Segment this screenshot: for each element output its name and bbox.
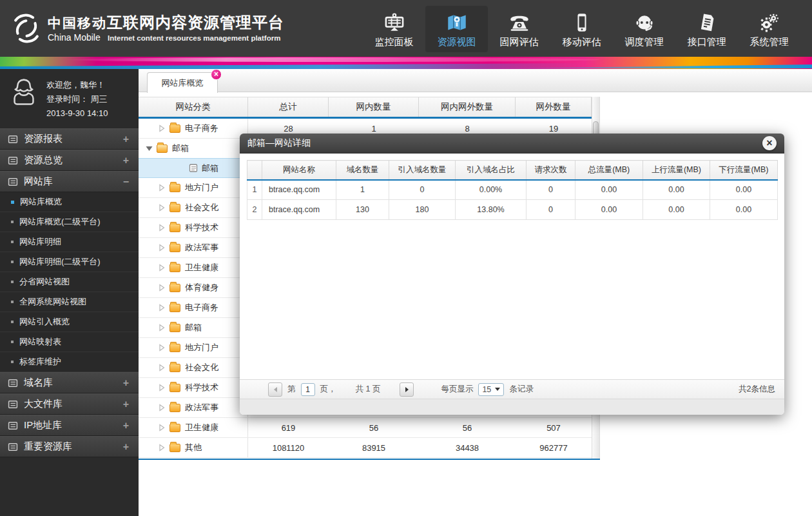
tree-node-科学技术[interactable]: 科学技术: [139, 218, 248, 237]
prev-page-button[interactable]: [268, 382, 282, 397]
caret-right-icon[interactable]: [158, 404, 166, 412]
table-bottom-accent: [139, 459, 600, 460]
cell-总计: 1081120: [248, 438, 329, 457]
sidebar-item-网站库明细[interactable]: 网站库明细: [0, 232, 139, 252]
sidebar-item-全网系统网站视图[interactable]: 全网系统网站视图: [0, 292, 139, 312]
caret-right-icon[interactable]: [158, 184, 166, 192]
column-header-网外数量[interactable]: 网外数量: [516, 97, 592, 117]
modal-cell-引入域名数量: 180: [389, 200, 456, 220]
nav-item-资源视图[interactable]: 资源视图: [425, 6, 488, 52]
tree-node-电子商务[interactable]: 电子商务: [139, 119, 248, 138]
sidebar-section-重要资源库[interactable]: 重要资源库+: [0, 436, 139, 457]
sidebar-item-分省网站视图[interactable]: 分省网站视图: [0, 272, 139, 292]
nav-item-监控面板[interactable]: 监控面板: [363, 6, 425, 52]
caret-right-icon[interactable]: [158, 264, 166, 272]
tab-website-overview[interactable]: 网站库概览 ×: [147, 72, 218, 93]
caret-right-icon[interactable]: [158, 244, 166, 252]
caret-right-icon[interactable]: [158, 364, 166, 372]
sidebar-item-网站映射表[interactable]: 网站映射表: [0, 332, 139, 352]
sidebar-section-域名库[interactable]: 域名库+: [0, 372, 139, 393]
tree-node-邮箱[interactable]: 邮箱: [139, 318, 248, 337]
modal-column-header-index[interactable]: [247, 161, 262, 180]
caret-right-icon[interactable]: [158, 124, 166, 132]
caret-down-icon[interactable]: [145, 146, 153, 152]
next-page-button[interactable]: [400, 382, 414, 397]
modal-column-header-总流量(MB)[interactable]: 总流量(MB): [575, 161, 643, 180]
cell-总计: 619: [248, 418, 329, 437]
tree-node-地方门户[interactable]: 地方门户: [139, 178, 248, 197]
modal-column-header-引入域名占比[interactable]: 引入域名占比: [456, 161, 527, 180]
sidebar-item-网站引入概览[interactable]: 网站引入概览: [0, 312, 139, 332]
modal-column-header-下行流量(MB)[interactable]: 下行流量(MB): [710, 161, 778, 180]
tree-node-电子商务[interactable]: 电子商务: [139, 298, 248, 317]
sidebar-item-label: 标签库维护: [19, 356, 61, 368]
tree-node-科学技术[interactable]: 科学技术: [139, 378, 248, 397]
modal-table-row[interactable]: 1btrace.qq.com100.00%00.000.000.00: [247, 180, 778, 200]
per-page-select[interactable]: 15: [478, 383, 504, 396]
modal-header[interactable]: 邮箱—网站详细 ×: [240, 134, 784, 154]
tree-node-label: 地方门户: [185, 182, 218, 194]
table-row[interactable]: 其他10811208391534438962777: [139, 438, 592, 458]
modal-column-header-网站名称[interactable]: 网站名称: [262, 161, 336, 180]
sidebar-section-资源总览[interactable]: 资源总览+: [0, 150, 139, 171]
modal-column-header-引入域名数量[interactable]: 引入域名数量: [389, 161, 456, 180]
tree-node-邮箱[interactable]: 邮箱: [139, 159, 248, 177]
caret-right-icon[interactable]: [158, 444, 166, 452]
nav-item-移动评估[interactable]: 移动评估: [550, 6, 613, 52]
plus-icon[interactable]: +: [123, 155, 129, 166]
column-header-总计[interactable]: 总计: [248, 97, 329, 117]
column-header-网内数量[interactable]: 网内数量: [329, 97, 419, 117]
sidebar-section-资源报表[interactable]: 资源报表+: [0, 128, 139, 150]
tree-node-卫生健康[interactable]: 卫生健康: [139, 258, 248, 277]
tree-node-邮箱[interactable]: 邮箱: [139, 139, 248, 158]
tree-node-政法军事[interactable]: 政法军事: [139, 238, 248, 257]
sidebar-section-网站库[interactable]: 网站库−: [0, 171, 139, 192]
sidebar-item-网站库明细(二级平台)[interactable]: 网站库明细(二级平台): [0, 252, 139, 272]
caret-right-icon[interactable]: [158, 324, 166, 332]
modal-column-header-域名数量[interactable]: 域名数量: [336, 161, 389, 180]
nav-item-接口管理[interactable]: 接口管理: [675, 6, 738, 52]
caret-right-icon[interactable]: [158, 204, 166, 212]
caret-right-icon[interactable]: [158, 284, 166, 292]
plus-icon[interactable]: +: [123, 377, 129, 389]
tree-node-地方门户[interactable]: 地方门户: [139, 338, 248, 357]
sidebar-item-网站库概览[interactable]: 网站库概览: [0, 192, 139, 212]
tree-node-其他[interactable]: 其他: [139, 438, 248, 457]
caret-right-icon[interactable]: [158, 424, 166, 432]
page-number-input[interactable]: 1: [301, 383, 315, 396]
nav-item-系统管理[interactable]: 系统管理: [738, 6, 800, 52]
plus-icon[interactable]: +: [123, 441, 129, 453]
column-header-网内网外数量[interactable]: 网内网外数量: [419, 97, 516, 117]
sidebar-item-label: 网站库概览: [20, 196, 62, 208]
caret-right-icon[interactable]: [158, 384, 166, 392]
caret-right-icon[interactable]: [158, 344, 166, 352]
modal-column-header-上行流量(MB)[interactable]: 上行流量(MB): [643, 161, 710, 180]
nav-item-调度管理[interactable]: 调度管理: [613, 6, 675, 52]
tree-node-社会文化[interactable]: 社会文化: [139, 198, 248, 217]
tree-node-体育健身[interactable]: 体育健身: [139, 278, 248, 297]
caret-right-icon[interactable]: [158, 304, 166, 312]
modal-close-icon[interactable]: ×: [762, 136, 777, 150]
folder-icon: [169, 124, 180, 133]
sidebar-section-IP地址库[interactable]: IP地址库+: [0, 415, 139, 436]
tree-node-社会文化[interactable]: 社会文化: [139, 358, 248, 377]
nav-item-固网评估[interactable]: 固网评估: [488, 6, 550, 52]
plus-icon[interactable]: +: [123, 399, 129, 410]
modal-column-header-请求次数[interactable]: 请求次数: [527, 161, 575, 180]
sidebar-item-标签库维护[interactable]: 标签库维护: [0, 352, 139, 372]
minus-icon[interactable]: −: [123, 176, 129, 188]
ribbon-blue-band: [0, 63, 585, 69]
sidebar-section-大文件库[interactable]: 大文件库+: [0, 393, 139, 415]
bullet-icon: [11, 241, 14, 243]
modal-table-row[interactable]: 2btrace.qq.com13018013.80%00.000.000.00: [247, 200, 778, 220]
caret-right-icon[interactable]: [158, 224, 166, 232]
pagination-bar: 第 1 页， 共 1 页 每页显示 15 条记录 共2条信息: [240, 379, 784, 399]
tree-node-政法军事[interactable]: 政法军事: [139, 398, 248, 417]
table-row[interactable]: 卫生健康6195656507: [139, 418, 592, 438]
sidebar-item-网站库概览(二级平台)[interactable]: 网站库概览(二级平台): [0, 212, 139, 232]
tab-close-icon[interactable]: ×: [211, 69, 222, 80]
plus-icon[interactable]: +: [123, 134, 129, 145]
column-header-网站分类[interactable]: 网站分类: [139, 97, 248, 117]
plus-icon[interactable]: +: [123, 420, 129, 432]
tree-node-卫生健康[interactable]: 卫生健康: [139, 418, 248, 437]
